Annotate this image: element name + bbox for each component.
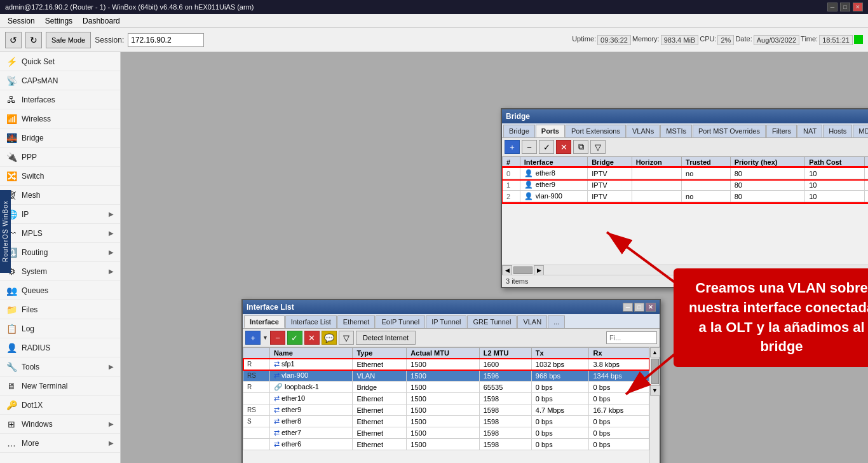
sidebar-item-dot1x[interactable]: 🔑 Dot1X: [0, 396, 120, 415]
bridge-tab-filters[interactable]: Filters: [766, 125, 797, 137]
iflist-filter-button[interactable]: ▽: [339, 331, 354, 345]
sidebar-item-new-terminal[interactable]: 🖥 New Terminal: [0, 377, 120, 396]
iflist-comment-button[interactable]: 💬: [322, 331, 337, 345]
bridge-tab-mstis[interactable]: MSTIs: [660, 125, 692, 137]
session-input[interactable]: [128, 33, 204, 47]
bridge-tab-port-extensions[interactable]: Port Extensions: [566, 125, 626, 137]
iflist-tab-interface[interactable]: Interface: [244, 315, 285, 328]
bridge-remove-button[interactable]: −: [522, 140, 537, 154]
iflist-col-tx: Tx: [531, 348, 589, 359]
bridge-x-button[interactable]: ✕: [556, 140, 571, 154]
menu-settings[interactable]: Settings: [40, 15, 78, 27]
iflist-tab-gre-tunnel[interactable]: GRE Tunnel: [467, 315, 517, 328]
iflist-table-row[interactable]: ⇄ ether7 Ethernet 1500 1598 0 bps 0 bps: [243, 427, 649, 439]
bridge-table-row[interactable]: 1 👤ether9 IPTV 80 10 designated port: [503, 179, 869, 191]
bridge-check-button[interactable]: ✓: [539, 140, 554, 154]
bridge-table-row[interactable]: 0 👤ether8 IPTV no 80 10 disabled port: [503, 168, 869, 179]
safe-mode-button[interactable]: Safe Mode: [46, 32, 91, 48]
iflist-table-row[interactable]: RS ⇄ vlan-900 VLAN 1500 1596 968 bps 134…: [243, 370, 649, 382]
sidebar-label-wireless: Wireless: [22, 114, 51, 123]
bridge-row-role: disabled port: [864, 168, 868, 179]
maximize-button[interactable]: □: [840, 3, 850, 11]
bridge-tab-nat[interactable]: NAT: [797, 125, 822, 137]
sidebar-item-bridge[interactable]: 🌉 Bridge: [0, 128, 120, 148]
sidebar-item-tools[interactable]: 🔧 Tools ▶: [0, 357, 120, 377]
menu-session[interactable]: Session: [3, 15, 40, 27]
bridge-copy-button[interactable]: ⧉: [573, 140, 588, 154]
iflist-vscroll-thumb[interactable]: [651, 359, 659, 384]
bridge-tab-ports[interactable]: Ports: [536, 125, 565, 137]
bridge-add-button[interactable]: +: [505, 140, 520, 154]
iflist-minimize-button[interactable]: ─: [623, 303, 633, 312]
bridge-tab-mdb[interactable]: MDB: [853, 125, 868, 137]
sidebar-icon-capsman: 📡: [6, 76, 17, 86]
bridge-filter-button[interactable]: ▽: [590, 140, 606, 154]
refresh-button-1[interactable]: ↺: [5, 32, 22, 48]
sidebar-item-files[interactable]: 📁 Files: [0, 300, 120, 319]
sidebar-item-switch[interactable]: 🔀 Switch: [0, 167, 120, 186]
iflist-vscroll[interactable]: ▲ ▼: [649, 347, 660, 463]
sidebar-item-radius[interactable]: 👤 RADIUS: [0, 338, 120, 357]
iflist-remove-button[interactable]: −: [270, 331, 285, 345]
bridge-col-#: #: [503, 157, 520, 168]
bridge-tab-bridge[interactable]: Bridge: [503, 125, 535, 137]
iflist-row-rx: 0 bps: [589, 416, 649, 427]
refresh-button-2[interactable]: ↻: [25, 32, 42, 48]
iflist-tab-[interactable]: ...: [548, 315, 565, 328]
bridge-hscroll-right[interactable]: ▶: [534, 265, 544, 275]
iflist-tab-interface-list[interactable]: Interface List: [285, 315, 337, 328]
iflist-row-actual-mtu: 1500: [407, 393, 479, 404]
iflist-row-type: Ethernet: [353, 404, 407, 416]
iflist-table-scroll[interactable]: NameTypeActual MTUL2 MTUTxRxR ⇄ sfp1 Eth…: [243, 347, 649, 463]
sidebar-item-interfaces[interactable]: 🖧 Interfaces: [0, 90, 120, 109]
iflist-tab-ethernet[interactable]: Ethernet: [337, 315, 376, 328]
iflist-tab-vlan[interactable]: VLAN: [517, 315, 547, 328]
sidebar-item-windows[interactable]: ⊞ Windows ▶: [0, 415, 120, 434]
sidebar-item-routing[interactable]: 🔃 Routing ▶: [0, 243, 120, 262]
iflist-table-row[interactable]: R ⇄ sfp1 Ethernet 1500 1600 1032 bps 3.8…: [243, 359, 649, 370]
iflist-table-row[interactable]: RS ⇄ ether9 Ethernet 1500 1598 4.7 Mbps …: [243, 404, 649, 416]
bridge-hscroll-thumb[interactable]: [513, 266, 532, 274]
iflist-vscroll-up[interactable]: ▲: [650, 347, 660, 357]
bridge-table-scroll[interactable]: #InterfaceBridgeHorizonTrustedPriority (…: [502, 156, 868, 265]
iflist-find-input[interactable]: [606, 331, 657, 344]
sidebar-item-mesh[interactable]: 🕸 Mesh: [0, 186, 120, 205]
sidebar-item-log[interactable]: 📋 Log: [0, 319, 120, 338]
iflist-table-row[interactable]: ⇄ ether6 Ethernet 1500 1598 0 bps 0 bps: [243, 439, 649, 450]
sidebar-item-capsman[interactable]: 📡 CAPsMAN: [0, 71, 120, 90]
iflist-tab-ip-tunnel[interactable]: IP Tunnel: [426, 315, 466, 328]
bridge-tab-vlans[interactable]: VLANs: [627, 125, 660, 137]
bridge-tab-port-mst-overrides[interactable]: Port MST Overrides: [693, 125, 766, 137]
iflist-table-row[interactable]: S ⇄ ether8 Ethernet 1500 1598 0 bps 0 bp…: [243, 416, 649, 427]
iflist-enable-button[interactable]: ✓: [287, 331, 302, 345]
sidebar-item-more[interactable]: … More ▶: [0, 434, 120, 453]
bridge-tab-hosts[interactable]: Hosts: [823, 125, 852, 137]
iflist-close-button[interactable]: ✕: [646, 303, 656, 312]
sidebar-item-quick-set[interactable]: ⚡ Quick Set: [0, 52, 120, 71]
iflist-table-row[interactable]: R 🔗 loopback-1 Bridge 1500 65535 0 bps 0…: [243, 382, 649, 393]
sidebar-item-queues[interactable]: 👥 Queues: [0, 281, 120, 300]
detect-internet-button[interactable]: Detect Internet: [356, 331, 416, 345]
iflist-tab-eoip-tunnel[interactable]: EoIP Tunnel: [376, 315, 425, 328]
bridge-table-row[interactable]: 2 👤vlan-900 IPTV no 80 10 designated por…: [503, 191, 869, 202]
bridge-hscroll-left[interactable]: ◀: [502, 265, 512, 275]
iflist-add-button[interactable]: +: [245, 331, 261, 345]
iflist-disable-button[interactable]: ✕: [304, 331, 320, 345]
close-button[interactable]: ✕: [853, 3, 863, 11]
iflist-row-type: Ethernet: [353, 359, 407, 370]
minimize-button[interactable]: ─: [827, 3, 837, 11]
iflist-maximize-button[interactable]: □: [634, 303, 644, 312]
sidebar-item-mpls[interactable]: 〰 MPLS ▶: [0, 224, 120, 243]
sidebar-item-system[interactable]: ⚙ System ▶: [0, 262, 120, 281]
iflist-table-row[interactable]: ⇄ ether10 Ethernet 1500 1598 0 bps 0 bps: [243, 393, 649, 404]
sidebar-item-ip[interactable]: 🌐 IP ▶: [0, 205, 120, 224]
sidebar-item-ppp[interactable]: 🔌 PPP: [0, 148, 120, 167]
sidebar-item-wireless[interactable]: 📶 Wireless: [0, 109, 120, 128]
sidebar-label-system: System: [22, 267, 47, 276]
iflist-row-l2-mtu: 1598: [479, 439, 531, 450]
sidebar-icon-quick-set: ⚡: [6, 57, 17, 67]
iflist-vscroll-down[interactable]: ▼: [650, 385, 660, 396]
sidebar-icon-dot1x: 🔑: [6, 400, 17, 410]
menu-dashboard[interactable]: Dashboard: [78, 15, 125, 27]
sidebar-label-windows: Windows: [22, 420, 53, 429]
